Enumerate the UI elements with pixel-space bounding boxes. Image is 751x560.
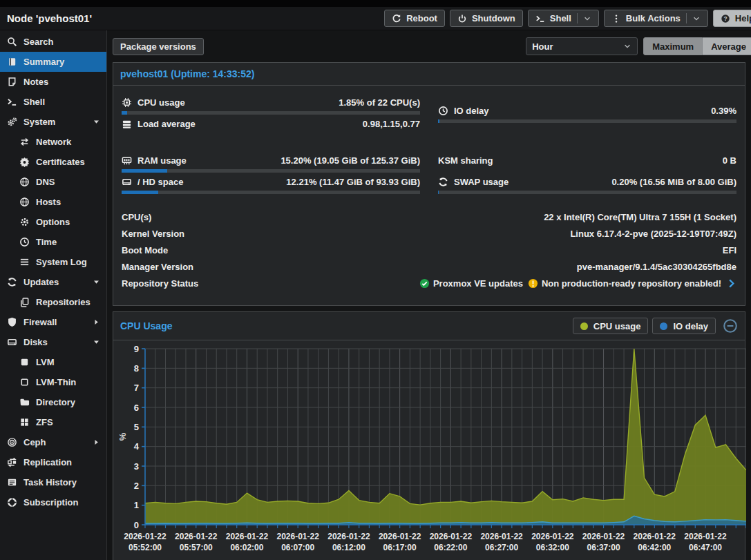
stat-row-cpu-usage: CPU usage1.85% of 22 CPU(s) (122, 95, 420, 117)
sidebar-item-zfs[interactable]: ZFS (0, 412, 106, 432)
svg-text:0: 0 (134, 520, 139, 530)
screen: Node 'pvehost01' RebootShutdownShellBulk… (0, 0, 751, 560)
cpu-usage-chart: 01234567892026-01-2205:52:002026-01-2205… (113, 340, 745, 560)
sidebar-item-hosts[interactable]: Hosts (0, 192, 106, 212)
stat-value: 0.20% (16.56 MiB of 8.00 GiB) (611, 177, 736, 187)
svg-text:5: 5 (134, 422, 139, 432)
progress-bar-fill (122, 169, 167, 173)
sidebar-item-label: Task History (23, 477, 77, 487)
timeframe-select[interactable]: Hour (526, 37, 638, 55)
bulk-actions-button[interactable]: Bulk Actions (604, 10, 708, 27)
split-separator (577, 13, 578, 23)
info-label: Kernel Version (122, 229, 184, 239)
svg-text:?: ? (723, 15, 727, 21)
square-outline-icon (19, 377, 30, 387)
header-actions: RebootShutdownShellBulk Actions?Help (384, 10, 751, 27)
sidebar-item-system[interactable]: System (0, 112, 106, 132)
chart-legend: CPU usageIO delay (573, 318, 738, 334)
sidebar-item-label: Subscription (23, 497, 78, 508)
svg-text:8: 8 (134, 363, 139, 374)
sidebar-item-options[interactable]: Options (0, 212, 106, 232)
repo-status-badges: Proxmox VE updatesNon production-ready r… (419, 278, 736, 289)
sidebar-item-label: LVM-Thin (36, 377, 76, 387)
svg-text:05:52:00: 05:52:00 (129, 543, 162, 552)
sidebar-item-disks[interactable]: Disks (0, 332, 106, 352)
reboot-button[interactable]: Reboot (384, 10, 445, 27)
stat-label: CPU usage (122, 97, 185, 108)
svg-text:06:42:00: 06:42:00 (638, 543, 671, 552)
stat-label-text: RAM usage (137, 155, 187, 166)
package-versions-button[interactable]: Package versions (113, 38, 204, 55)
stat-label-text: CPU usage (137, 97, 185, 108)
caret-down-icon[interactable] (93, 118, 100, 126)
info-label: Boot Mode (122, 245, 168, 255)
info-label: CPU(s) (122, 212, 151, 222)
legend-item-io-delay[interactable]: IO delay (652, 318, 716, 334)
sidebar-item-ceph[interactable]: Ceph (0, 432, 106, 452)
shell-button[interactable]: Shell (528, 10, 599, 27)
sidebar-item-task-history[interactable]: Task History (0, 472, 106, 492)
progress-bar (122, 191, 420, 194)
sidebar-item-lvm-thin[interactable]: LVM-Thin (0, 372, 106, 392)
ceph-icon (7, 437, 17, 447)
node-info-rows: CPU(s)22 x Intel(R) Core(TM) Ultra 7 155… (122, 209, 736, 291)
caret-right-icon[interactable] (93, 438, 100, 446)
maximum-button[interactable]: Maximum (643, 37, 703, 55)
note-icon (7, 77, 17, 87)
sidebar-item-replication[interactable]: Replication (0, 452, 106, 472)
collapse-panel-icon[interactable] (723, 318, 738, 334)
sidebar-item-notes[interactable]: Notes (0, 72, 106, 92)
info-row-manager-version: Manager Versionpve-manager/9.1.4/5ac3030… (122, 258, 736, 275)
sidebar-item-directory[interactable]: Directory (0, 392, 106, 412)
sidebar-item-shell[interactable]: Shell (0, 92, 106, 112)
svg-text:06:32:00: 06:32:00 (536, 543, 569, 552)
svg-text:4: 4 (134, 441, 140, 452)
main-area: Package versions Hour Maximum Average pv… (107, 30, 751, 560)
sidebar-item-certificates[interactable]: Certificates (0, 152, 106, 172)
network-icon (19, 137, 30, 147)
refresh-icon (7, 277, 17, 287)
stat-value: 12.21% (11.47 GiB of 93.93 GiB) (286, 177, 420, 187)
sidebar-item-search[interactable]: Search (0, 32, 106, 52)
legend-item-cpu-usage[interactable]: CPU usage (573, 318, 649, 334)
sidebar-item-label: Hosts (36, 197, 61, 207)
sidebar-item-firewall[interactable]: Firewall (0, 312, 106, 332)
load-icon (122, 119, 132, 129)
hdd-icon (122, 177, 132, 187)
stat-row-hd-space: / HD space12.21% (11.47 GiB of 93.93 GiB… (122, 175, 420, 196)
svg-text:06:07:00: 06:07:00 (281, 543, 314, 552)
caret-down-icon[interactable] (93, 338, 100, 346)
info-value: Linux 6.17.4-2-pve (2025-12-19T07:49Z) (570, 229, 736, 239)
sidebar-item-network[interactable]: Network (0, 132, 106, 152)
repo-status-badge: Proxmox VE updates (419, 278, 523, 289)
sidebar-item-dns[interactable]: DNS (0, 172, 106, 192)
gear-icon (19, 217, 30, 227)
legend-dot (660, 322, 667, 330)
shutdown-button[interactable]: Shutdown (450, 10, 523, 27)
repo-status-badge[interactable] (726, 278, 736, 289)
sidebar-item-summary[interactable]: Summary (0, 52, 106, 72)
badge-text: Proxmox VE updates (433, 278, 523, 289)
certificate-icon (19, 157, 30, 167)
help-button[interactable]: ?Help (713, 10, 751, 27)
average-button[interactable]: Average (703, 37, 751, 55)
sidebar-item-system-log[interactable]: System Log (0, 252, 106, 272)
sidebar-item-label: Directory (36, 397, 75, 407)
top-strip (0, 0, 751, 7)
sidebar-item-repositories[interactable]: Repositories (0, 292, 106, 312)
svg-text:%: % (117, 432, 128, 441)
caret-right-icon[interactable] (93, 318, 100, 326)
ram-icon (122, 155, 132, 166)
sidebar-item-updates[interactable]: Updates (0, 272, 106, 292)
progress-bar (438, 191, 736, 194)
sidebar-item-subscription[interactable]: Subscription (0, 492, 106, 512)
svg-text:2026-01-22: 2026-01-22 (430, 532, 473, 541)
help-icon: ? (721, 14, 730, 23)
button-label: Reboot (406, 13, 437, 23)
sidebar-item-lvm[interactable]: LVM (0, 352, 106, 372)
sidebar-item-time[interactable]: Time (0, 232, 106, 252)
legend-label: CPU usage (593, 321, 641, 331)
caret-down-icon[interactable] (93, 278, 100, 286)
svg-text:2: 2 (134, 481, 139, 491)
svg-text:1: 1 (134, 500, 139, 510)
